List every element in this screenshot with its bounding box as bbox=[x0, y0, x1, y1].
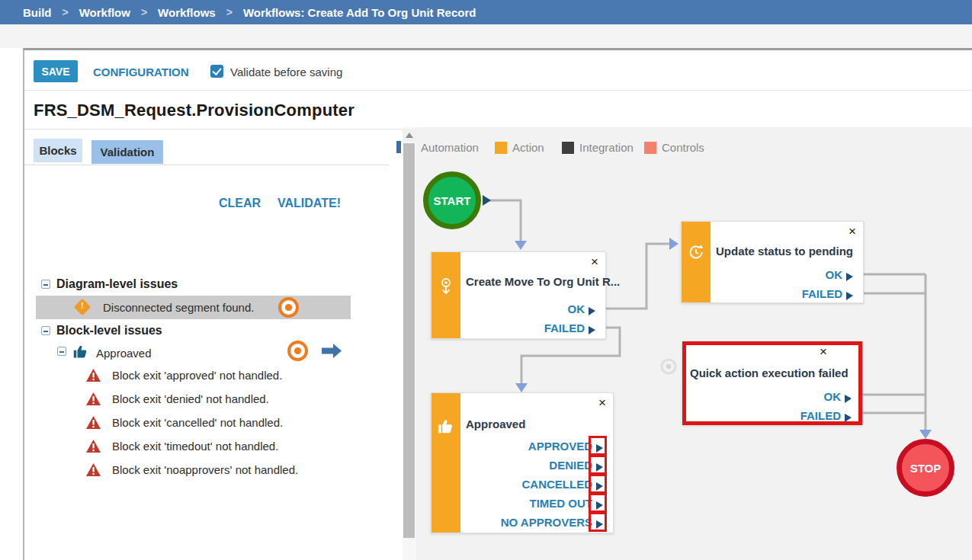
block-title: Quick action execution failed bbox=[690, 366, 848, 379]
issue-row-disconnected-segment[interactable]: Disconnected segment found. bbox=[36, 296, 351, 319]
exit-label: FAILED bbox=[544, 322, 585, 334]
block-create-move-to-org-unit[interactable]: × Create Move To Org Unit R... OK FAILED bbox=[431, 251, 606, 339]
block-stripe bbox=[431, 393, 460, 533]
exit-arrow-icon[interactable] bbox=[846, 273, 853, 281]
legend-swatch-controls bbox=[644, 142, 656, 154]
exit-label: CANCELLED bbox=[522, 478, 593, 491]
breadcrumb-workflows[interactable]: Workflows bbox=[158, 6, 216, 19]
exit-arrow-icon[interactable] bbox=[845, 414, 852, 422]
legend-item-integration: Integration bbox=[562, 141, 634, 154]
close-icon[interactable]: × bbox=[848, 225, 856, 238]
close-icon[interactable]: × bbox=[591, 255, 598, 268]
stop-node[interactable]: STOP bbox=[897, 439, 954, 497]
block-approaved[interactable]: × Approaved APPROVED DENIED CANCELLED TI… bbox=[431, 392, 614, 533]
expander-diagram-issues[interactable] bbox=[41, 280, 50, 289]
exit-label: APPROVED bbox=[528, 440, 592, 453]
annotation-box-approved-arrow bbox=[589, 436, 607, 456]
exit-arrow-icon[interactable] bbox=[589, 307, 595, 315]
tab-validation[interactable]: Validation bbox=[91, 140, 163, 164]
error-triangle-icon bbox=[85, 415, 101, 430]
annotation-box-denied-arrow bbox=[589, 455, 607, 475]
configuration-link[interactable]: CONFIGURATION bbox=[93, 66, 189, 78]
workflow-editor-page: Build > Workflow > Workflows > Workflows… bbox=[0, 0, 972, 560]
exit-ok[interactable]: OK bbox=[683, 387, 861, 406]
expander-block-issues[interactable] bbox=[41, 326, 50, 335]
start-node[interactable]: START bbox=[423, 171, 481, 229]
annotation-box-cancelled-arrow bbox=[589, 474, 607, 494]
error-triangle-icon bbox=[85, 462, 101, 477]
validate-button[interactable]: VALIDATE! bbox=[277, 197, 341, 210]
exit-label: OK bbox=[568, 302, 585, 315]
toolbar: SAVE CONFIGURATION Validate before savin… bbox=[24, 50, 972, 91]
exit-failed[interactable]: FAILED bbox=[711, 284, 863, 303]
block-error-row: Block exit 'noapprovers' not handled. bbox=[85, 459, 298, 479]
block-error-row: Block exit 'cancelled' not handled. bbox=[85, 412, 283, 432]
thumbs-up-icon bbox=[437, 418, 454, 435]
tab-blocks[interactable]: Blocks bbox=[34, 139, 82, 162]
legend-label: Automation bbox=[421, 141, 479, 154]
stop-label: STOP bbox=[910, 462, 942, 475]
annotation-box-no-approvers-arrow bbox=[589, 512, 607, 532]
breadcrumb-build[interactable]: Build bbox=[23, 6, 52, 19]
exit-ok[interactable]: OK bbox=[460, 299, 605, 318]
history-icon bbox=[687, 243, 705, 261]
locate-target-icon[interactable] bbox=[287, 341, 308, 361]
diagram-issues-group-label: Diagram-level issues bbox=[56, 277, 178, 291]
error-triangle-icon bbox=[85, 439, 101, 453]
breadcrumb-separator: > bbox=[141, 6, 147, 18]
clear-button[interactable]: CLEAR bbox=[219, 197, 261, 210]
warning-icon bbox=[74, 299, 91, 316]
error-triangle-icon bbox=[85, 392, 101, 406]
breadcrumb-workflow[interactable]: Workflow bbox=[79, 6, 130, 19]
block-title: Create Move To Org Unit R... bbox=[466, 275, 620, 288]
record-create-icon bbox=[437, 277, 455, 299]
block-stripe bbox=[682, 222, 711, 302]
exit-label: TIMED OUT bbox=[530, 497, 593, 510]
block-error-row: Block exit 'approved' not handled. bbox=[85, 365, 282, 385]
exit-label: FAILED bbox=[802, 287, 842, 300]
exit-label: NO APPROVERS bbox=[501, 516, 592, 529]
locate-target-icon[interactable] bbox=[278, 297, 299, 318]
breadcrumb-separator: > bbox=[63, 6, 69, 18]
block-error-row: Block exit 'denied' not handled. bbox=[85, 389, 269, 408]
close-icon[interactable]: × bbox=[820, 345, 827, 358]
block-stripe bbox=[431, 252, 460, 338]
close-icon[interactable]: × bbox=[598, 396, 606, 409]
block-quick-action-execution-failed[interactable]: × Quick action execution failed OK FAILE… bbox=[682, 341, 862, 425]
exit-label: OK bbox=[824, 390, 842, 403]
diagram-scrollbar-thumb[interactable] bbox=[403, 143, 415, 538]
expander-approaved[interactable] bbox=[57, 347, 66, 356]
start-label: START bbox=[434, 194, 471, 207]
exit-failed[interactable]: FAILED bbox=[683, 406, 861, 425]
exit-ok[interactable]: OK bbox=[711, 265, 863, 284]
block-error-text: Block exit 'cancelled' not handled. bbox=[112, 416, 283, 429]
block-update-status-to-pending[interactable]: × Update status to pending OK FAILED bbox=[681, 221, 864, 303]
go-to-block-arrow-icon[interactable] bbox=[320, 343, 343, 359]
block-error-text: Block exit 'denied' not handled. bbox=[112, 392, 269, 405]
save-button[interactable]: SAVE bbox=[34, 60, 78, 82]
exit-label: FAILED bbox=[800, 409, 841, 422]
block-error-text: Block exit 'timedout' not handled. bbox=[112, 440, 278, 453]
legend-item-action: Action bbox=[495, 141, 544, 154]
legend-item-controls: Controls bbox=[644, 141, 704, 154]
exit-label: OK bbox=[826, 268, 843, 281]
validate-before-saving-label: Validate before saving bbox=[230, 66, 342, 78]
approaved-node-label[interactable]: Approaved bbox=[96, 347, 152, 360]
block-title: Approaved bbox=[466, 418, 525, 430]
breadcrumb-separator: > bbox=[226, 6, 233, 18]
legend-label: Action bbox=[512, 141, 544, 154]
legend-item-automation: Automation bbox=[421, 141, 479, 154]
page-title: FRS_DSM_Request.ProvisionComputer bbox=[34, 101, 354, 120]
legend-label: Controls bbox=[662, 141, 704, 154]
exit-arrow-icon[interactable] bbox=[846, 292, 853, 300]
exit-arrow-icon[interactable] bbox=[845, 395, 852, 403]
block-issues-group-label: Block-level issues bbox=[56, 324, 162, 338]
top-gap bbox=[0, 24, 972, 48]
exit-failed[interactable]: FAILED bbox=[460, 318, 605, 338]
scrollbar-up-button[interactable] bbox=[403, 129, 416, 142]
exit-arrow-icon[interactable] bbox=[589, 326, 595, 334]
validate-before-saving-checkbox[interactable] bbox=[210, 65, 223, 78]
block-error-row: Block exit 'timedout' not handled. bbox=[85, 436, 278, 456]
legend-swatch-action bbox=[495, 142, 507, 154]
breadcrumb-current-page: Workflows: Create Add To Org Unit Record bbox=[243, 6, 476, 19]
